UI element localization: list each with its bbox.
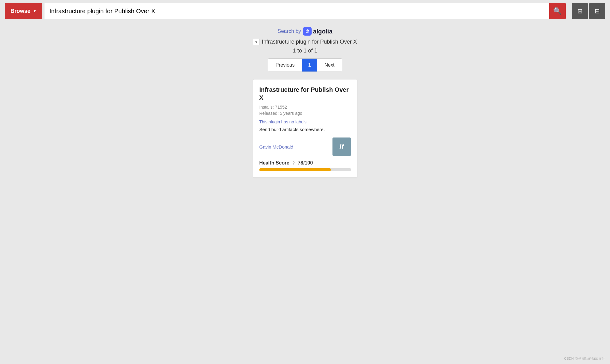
health-score-value: 78/100	[298, 160, 313, 166]
plugin-title: Infrastructure for Publish Over X	[259, 86, 351, 102]
previous-button[interactable]: Previous	[268, 59, 302, 72]
plugin-footer: Gavin McDonald If	[259, 137, 351, 156]
view-toggle: ⊞ ⊟	[572, 3, 605, 19]
results-count: 1 to 1 of 1	[293, 48, 317, 54]
list-view-button[interactable]: ⊟	[589, 3, 605, 19]
health-score-label: Health Score	[259, 160, 289, 166]
plugin-labels: This plugin has no labels	[259, 119, 351, 124]
main-content: Search by ⏱ algolia x Infrastructure plu…	[0, 22, 610, 178]
grid-icon: ⊞	[577, 7, 583, 15]
search-icon: 🔍	[553, 7, 561, 15]
search-wrapper: 🔍	[45, 3, 566, 19]
search-input[interactable]	[45, 3, 549, 19]
plugin-card: Infrastructure for Publish Over X Instal…	[253, 79, 357, 178]
algolia-logo: ⏱ algolia	[303, 27, 332, 36]
search-tag-row: x Infrastructure plugin for Publish Over…	[253, 39, 357, 45]
header: Browse ▼ 🔍 ⊞ ⊟	[0, 0, 610, 22]
plugin-installs: Installs: 71552	[259, 105, 351, 110]
remove-search-tag-button[interactable]: x	[253, 39, 259, 45]
browse-label: Browse	[10, 8, 30, 14]
search-by-label: Search by	[278, 28, 301, 34]
plugin-description: Send build artifacts somewhere.	[259, 126, 351, 133]
grid-view-button[interactable]: ⊞	[572, 3, 588, 19]
browse-button[interactable]: Browse ▼	[5, 3, 42, 19]
algolia-text: algolia	[313, 28, 332, 35]
health-score-row: Health Score ? 78/100	[259, 160, 351, 166]
list-icon: ⊟	[595, 7, 600, 15]
plugin-logo: If	[332, 137, 351, 156]
plugin-released: Released: 5 years ago	[259, 111, 351, 116]
search-tag-label: Infrastructure plugin for Publish Over X	[262, 39, 357, 45]
search-button[interactable]: 🔍	[549, 3, 566, 19]
page-1-button[interactable]: 1	[302, 59, 317, 72]
plugin-author[interactable]: Gavin McDonald	[259, 144, 293, 149]
search-by-row: Search by ⏱ algolia	[278, 27, 332, 36]
pagination: Previous 1 Next	[268, 58, 342, 72]
algolia-icon: ⏱	[303, 27, 312, 36]
health-bar-background	[259, 168, 351, 171]
health-score-question-icon[interactable]: ?	[292, 161, 295, 165]
next-button[interactable]: Next	[317, 59, 342, 72]
health-bar-fill	[259, 168, 331, 171]
watermark: CSDN @是湖汕的灿灿展叶	[564, 356, 605, 361]
browse-arrow-icon: ▼	[33, 9, 37, 13]
